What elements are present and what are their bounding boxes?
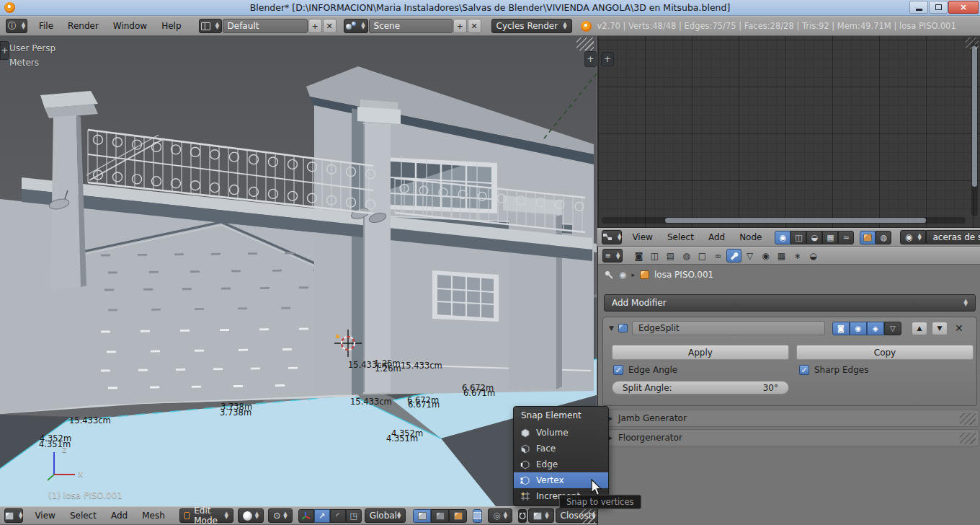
modifier-render-toggle[interactable]: ◙ [832,322,850,335]
checker-toggle-button[interactable]: ▦ [822,231,838,244]
menu-add[interactable]: Add [701,232,732,242]
scene-name-field[interactable]: Scene [369,19,453,33]
occlude-geometry-button[interactable] [473,509,482,523]
toolshelf-expand-tab[interactable]: + [0,41,9,60]
menu-node[interactable]: Node [732,232,769,242]
compositing-nodes-button[interactable]: ◫ [790,231,806,244]
edge-select-mode-button[interactable] [431,509,449,523]
tab-modifiers[interactable] [726,249,741,262]
viewport-shading-dropdown[interactable]: ▲▼ [238,508,264,523]
menu-file[interactable]: File [32,21,61,31]
modifier-cage-toggle[interactable]: ▽ [884,322,901,335]
menu-select[interactable]: Select [63,511,104,521]
tab-object[interactable]: □ [695,249,710,262]
translate-manipulator-button[interactable]: ↗ [314,509,330,523]
menu-select[interactable]: Select [660,232,701,242]
area-corner-grip[interactable] [576,38,594,50]
scrollbar-thumb[interactable] [972,46,977,187]
pivot-point-dropdown[interactable]: ⊙▲▼ [268,508,292,523]
viewport-3d[interactable]: User Persp Meters (1) losa PISO.001 z x … [0,36,597,506]
vertex-select-mode-button[interactable] [413,509,431,523]
node-editor-canvas[interactable]: + [597,36,980,228]
face-select-mode-button[interactable] [449,509,467,523]
texture-nodes-button[interactable]: ◒ [806,231,822,244]
pin-icon[interactable] [604,270,614,280]
tab-texture[interactable]: ▦ [774,249,789,262]
node-vertical-scrollbar[interactable] [971,43,978,216]
editor-type-button-info[interactable]: ⓘ▲▼ [6,19,27,33]
floorgenerator-panel[interactable]: ▶ Floorgenerator [600,429,979,446]
tab-constraints[interactable]: ∞ [710,249,726,262]
node-toolshelf-expand-tab[interactable]: + [601,52,614,66]
freestyle-button[interactable]: ≈ [838,231,854,244]
tab-render[interactable]: ◙ [631,249,646,262]
snap-toggle-button[interactable]: Ω [518,509,527,523]
shader-nodes-button[interactable]: ◉ [775,231,790,244]
scrollbar-thumb[interactable] [665,218,926,223]
snap-item-edge[interactable]: Edge [514,456,608,472]
screen-layout-browse-button[interactable]: ▲▼ [199,19,222,33]
editor-type-button-properties[interactable]: ≡▲▼ [602,249,623,262]
snap-element-dropdown[interactable]: ▲▼ [528,508,553,523]
properties-shelf-expand-tab[interactable]: + [584,51,597,67]
menu-view[interactable]: View [625,232,659,242]
tab-physics[interactable]: ◒ [806,249,821,262]
modifier-editmode-toggle[interactable]: ◈ [867,322,884,335]
tab-world[interactable]: ◍ [679,249,694,262]
menu-add[interactable]: Add [104,511,135,521]
panel-grip[interactable] [960,433,976,444]
tab-object-data[interactable]: ▽ [742,249,757,262]
mode-dropdown[interactable]: Edit Mode ▲▼ [179,508,233,523]
render-engine-dropdown[interactable]: Cycles Render ▲▼ [491,19,572,33]
menu-render[interactable]: Render [61,21,106,31]
panel-grip[interactable] [960,413,976,425]
tab-render-layers[interactable]: ◫ [647,249,662,262]
delete-scene-button[interactable]: ✕ [468,19,481,33]
sharp-edges-checkbox[interactable]: ✓ Sharp Edges [799,365,868,375]
manipulator-toggle-button[interactable] [298,509,314,523]
tab-scene[interactable]: ▤ [663,249,678,262]
menu-mesh[interactable]: Mesh [135,511,172,521]
copy-button[interactable]: Copy [796,345,974,360]
screen-layout-name-field[interactable]: Default [223,19,308,33]
area-corner-grip[interactable] [966,38,979,49]
move-modifier-down-button[interactable]: ▼ [932,322,948,335]
transform-orientation-dropdown[interactable]: Global ▲▼ [365,508,406,523]
move-modifier-up-button[interactable]: ▲ [912,322,927,335]
expand-triangle-icon[interactable]: ▼ [609,325,614,332]
measurement-label: 4.351m [39,439,71,449]
tab-material[interactable]: ◉ [758,249,773,262]
proportional-edit-dropdown[interactable]: ◎▲▼ [488,508,512,523]
scene-browse-button[interactable]: ▲▼ [344,19,368,33]
world-shader-toggle[interactable]: ◍ [876,231,891,244]
minimize-button[interactable] [909,1,928,14]
rotate-manipulator-button[interactable]: ◜ [330,509,346,523]
split-angle-slider[interactable]: Split Angle: 30° [612,381,789,394]
delete-modifier-button[interactable]: ✕ [952,322,966,335]
modifier-viewport-toggle[interactable]: ◉ [850,322,867,335]
edge-angle-checkbox[interactable]: ✓ Edge Angle [613,365,677,375]
material-name-field[interactable]: aceras de salida [926,230,980,244]
delete-screen-layout-button[interactable]: ✕ [323,19,337,33]
modifier-name-field[interactable]: EdgeSplit [632,321,825,335]
snap-item-face[interactable]: Face [514,441,608,456]
add-scene-button[interactable]: + [453,19,467,33]
close-button[interactable]: × [948,1,979,14]
maximize-button[interactable] [929,1,948,14]
jamb-generator-panel[interactable]: ▶ Jamb Generator [600,410,979,427]
tab-particles[interactable]: ∗ [790,249,805,262]
node-horizontal-scrollbar[interactable] [602,217,966,224]
add-screen-layout-button[interactable]: + [308,19,322,33]
menu-view[interactable]: View [27,511,62,521]
add-modifier-dropdown[interactable]: Add Modifier ▲▼ [604,294,976,312]
editor-type-button-3dview[interactable]: ▲▼ [4,508,23,523]
material-browse-button[interactable]: ◉▲▼ [900,230,926,244]
menu-window[interactable]: Window [106,21,154,31]
object-shader-toggle[interactable] [860,231,876,244]
menu-help[interactable]: Help [154,21,188,31]
snap-item-volume[interactable]: Volume [514,425,608,441]
apply-button[interactable]: Apply [612,345,789,360]
editor-type-button-node[interactable]: ▲▼ [602,230,622,244]
scale-manipulator-button[interactable]: ◳ [346,509,362,523]
area-corner-grip[interactable] [581,509,595,524]
